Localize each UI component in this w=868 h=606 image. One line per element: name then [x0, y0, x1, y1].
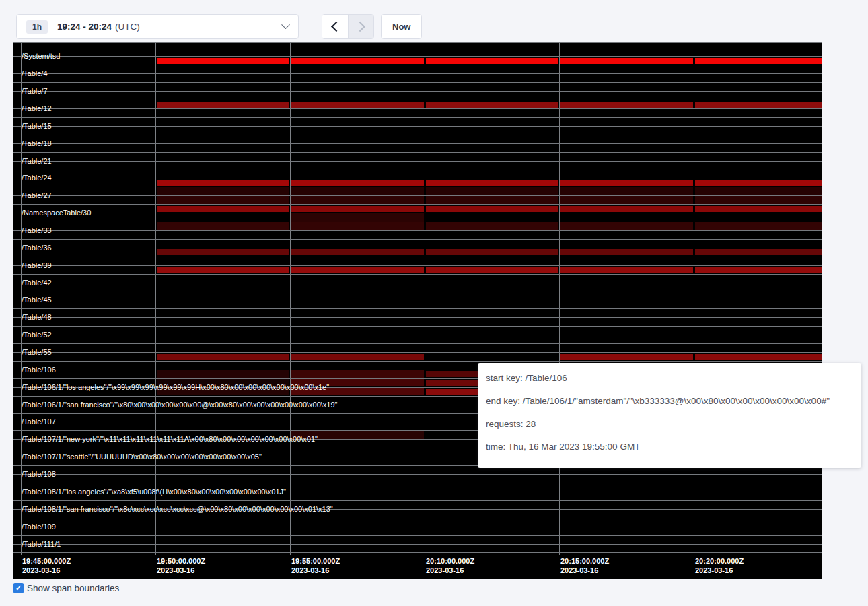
span-boundary-line: [13, 300, 822, 300]
tooltip-end-key: end key: /Table/106/1/"amsterdam"/"\xb33…: [486, 390, 861, 413]
heat-band: [157, 180, 289, 186]
span-boundary-line: [13, 500, 822, 501]
row-label: /Table/15: [22, 122, 52, 129]
heat-band: [157, 206, 289, 212]
heat-band: [426, 249, 558, 255]
row-label: /Table/107/1/"seattle"/"UUUUUUD\x00\x80\…: [22, 453, 262, 461]
row-label: /Table/52: [22, 331, 52, 339]
span-boundary-line: [13, 292, 822, 292]
heat-band: [560, 196, 693, 204]
heat-band: [695, 267, 822, 273]
heat-band: [291, 180, 424, 186]
heat-band: [695, 102, 822, 108]
span-boundary-line: [13, 361, 822, 362]
heat-band: [560, 222, 693, 230]
heat-band: [560, 102, 693, 108]
heat-band: [291, 267, 424, 273]
heat-band: [291, 196, 424, 204]
heat-band: [560, 58, 693, 64]
x-axis-label: 19:45:00.000Z 2023-03-16: [22, 556, 71, 575]
heat-band: [695, 206, 822, 212]
span-boundary-line: [13, 317, 822, 318]
span-boundary-line: [13, 161, 822, 162]
span-boundary-line: [13, 135, 822, 135]
span-boundary-line: [13, 518, 822, 518]
show-span-boundaries-label: Show span boundaries: [27, 583, 119, 593]
span-boundary-line: [13, 108, 822, 109]
heat-band: [695, 196, 822, 204]
span-boundary-line: [13, 213, 822, 213]
range-timezone: (UTC): [115, 22, 140, 32]
heat-band: [291, 222, 424, 230]
heat-band: [560, 187, 693, 195]
span-boundary-line: [13, 248, 822, 248]
row-label: /Table/107: [22, 418, 56, 426]
time-gridline: [559, 42, 560, 555]
row-label: /Table/4: [22, 70, 48, 77]
time-gridline: [694, 42, 694, 555]
row-label: /Table/106/1/"san francisco"/"\x80\x00\x…: [22, 401, 338, 408]
row-label: /Table/45: [22, 296, 52, 304]
heat-band: [426, 222, 558, 230]
span-boundary-line: [13, 230, 822, 231]
span-boundary-line: [13, 343, 822, 344]
span-boundary-line: [13, 222, 822, 222]
span-boundary-line: [13, 170, 822, 170]
tooltip-time: time: Thu, 16 Mar 2023 19:55:00 GMT: [486, 436, 861, 459]
span-boundary-line: [13, 265, 822, 266]
checkmark-icon: ✓: [15, 584, 22, 592]
row-label: /Table/36: [22, 244, 52, 251]
row-label: /NamespaceTable/30: [22, 209, 91, 217]
span-boundary-line: [13, 274, 822, 275]
row-label: /Table/109: [22, 523, 56, 530]
row-label: /Table/21: [22, 157, 52, 164]
row-label: /Table/39: [22, 261, 52, 269]
row-label: /Table/33: [22, 227, 52, 234]
range-text: 19:24 - 20:24: [57, 22, 112, 32]
heat-band: [560, 206, 693, 212]
span-boundary-line: [13, 552, 822, 553]
row-label: /Table/7: [22, 88, 48, 95]
heat-band: [695, 58, 822, 64]
chevron-right-icon: [355, 22, 365, 32]
row-label: /Table/106: [22, 366, 56, 373]
heat-band: [291, 187, 424, 195]
x-axis-label: 20:10:00.000Z 2023-03-16: [426, 556, 474, 575]
span-boundary-line: [13, 126, 822, 127]
next-range-button[interactable]: [348, 15, 373, 38]
span-boundary-line: [13, 204, 822, 205]
heat-band: [695, 222, 822, 230]
heat-band: [291, 213, 424, 222]
time-gridline: [290, 42, 291, 555]
key-visualizer-heatmap[interactable]: /System/tsd/Table/4/Table/7/Table/12/Tab…: [13, 42, 822, 579]
span-boundary-line: [13, 308, 822, 309]
span-boundary-line: [13, 283, 822, 283]
heat-band: [157, 249, 289, 255]
span-boundary-line: [13, 48, 822, 48]
span-boundary-line: [13, 100, 822, 100]
span-boundary-line: [13, 187, 822, 187]
prev-range-button[interactable]: [322, 15, 348, 38]
heat-band: [560, 180, 693, 186]
time-range-selector[interactable]: 1h 19:24 - 20:24 (UTC): [16, 14, 299, 39]
row-label: /Table/107/1/"new york"/"\x11\x11\x11\x1…: [22, 436, 318, 443]
span-boundary-line: [13, 42, 822, 43]
span-boundary-line: [13, 82, 822, 83]
span-boundary-line: [13, 352, 822, 353]
span-boundary-line: [13, 73, 822, 74]
hover-tooltip: start key: /Table/106 end key: /Table/10…: [478, 363, 861, 468]
tooltip-start-key: start key: /Table/106: [486, 367, 861, 390]
row-label: /Table/42: [22, 279, 52, 286]
show-span-boundaries-row: ✓ Show span boundaries: [13, 583, 119, 593]
show-span-boundaries-checkbox[interactable]: ✓: [13, 583, 24, 593]
span-boundary-line: [13, 257, 822, 257]
span-boundary-line: [13, 143, 822, 144]
chevron-down-icon: [281, 20, 290, 29]
heat-band: [426, 187, 558, 195]
span-boundary-line: [13, 326, 822, 327]
span-boundary-line: [13, 56, 822, 57]
span-boundary-line: [13, 91, 822, 92]
row-label: /Table/24: [22, 174, 52, 182]
heat-band: [291, 58, 424, 64]
now-button[interactable]: Now: [381, 14, 422, 39]
